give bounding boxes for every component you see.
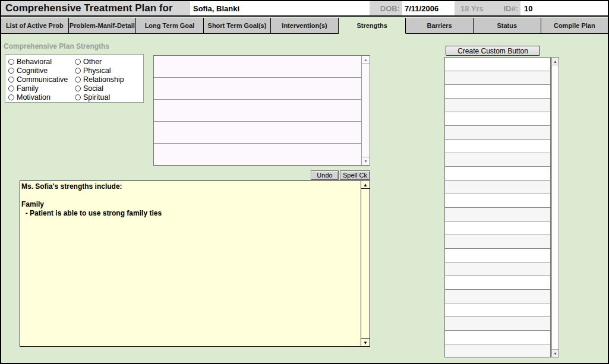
spell-check-button[interactable]: Spell Ck <box>340 170 370 180</box>
tab-long-term-goal[interactable]: Long Term Goal <box>136 18 204 34</box>
radio-option-behavioral[interactable]: Behavioral <box>8 57 75 66</box>
custom-button-slot[interactable] <box>445 181 550 194</box>
dob-label: DOB: <box>370 1 402 15</box>
radio-option-spiritual[interactable]: Spiritual <box>75 93 143 102</box>
custom-button-slot[interactable] <box>445 99 550 112</box>
radio-option-family[interactable]: Family <box>8 84 75 93</box>
custom-button-slot[interactable] <box>445 126 550 140</box>
radio-button-icon[interactable] <box>8 86 14 91</box>
age-id-strip: 18 Yrs ID#: <box>455 1 520 15</box>
strength-category-options: BehavioralOtherCognitivePhysicalCommunic… <box>8 57 143 102</box>
radio-option-label: Motivation <box>17 93 51 102</box>
custom-button-slot[interactable] <box>445 249 550 262</box>
custom-button-slot[interactable] <box>445 58 550 71</box>
scroll-up-icon[interactable]: ▲ <box>361 181 370 189</box>
radio-option-label: Cognitive <box>17 67 48 75</box>
scroll-up-icon[interactable]: ▲ <box>552 58 558 65</box>
custom-button-slot[interactable] <box>445 221 550 235</box>
custom-button-slot[interactable] <box>445 140 550 153</box>
radio-button-icon[interactable] <box>8 68 14 74</box>
strength-detail-rows <box>154 56 361 165</box>
page-title: Comprehensive Treatment Plan for <box>1 1 190 15</box>
tab-compile-plan[interactable]: Compile Plan <box>541 18 608 34</box>
radio-button-icon[interactable] <box>75 59 81 65</box>
age-text: 18 Yrs <box>460 4 484 13</box>
detail-list-row[interactable] <box>154 78 361 100</box>
strengths-narrative-box: Ms. Sofia's strengths include: Family - … <box>20 181 370 347</box>
custom-button-slot[interactable] <box>445 276 550 290</box>
custom-button-slot[interactable] <box>445 112 550 126</box>
id-label: ID#: <box>503 4 518 13</box>
radio-button-icon[interactable] <box>75 77 81 83</box>
patient-name-field[interactable]: Sofia, Blanki <box>190 1 370 15</box>
tab-strengths[interactable]: Strengths <box>339 18 406 34</box>
radio-button-icon[interactable] <box>8 77 14 83</box>
custom-button-slot[interactable] <box>445 262 550 276</box>
tab-list-of-active-prob[interactable]: List of Active Prob <box>1 18 69 34</box>
radio-option-social[interactable]: Social <box>75 84 143 93</box>
treatment-plan-window: Comprehensive Treatment Plan for Sofia, … <box>0 0 609 364</box>
tab-problem-manif-detail[interactable]: Problem-Manif-Detail <box>69 18 137 34</box>
scroll-down-icon[interactable]: ▼ <box>361 338 370 346</box>
custom-button-slot[interactable] <box>445 194 550 208</box>
radio-option-relationship[interactable]: Relationship <box>75 75 143 84</box>
radio-option-label: Relationship <box>83 75 124 84</box>
custom-button-slot[interactable] <box>445 290 550 303</box>
detail-list-row[interactable] <box>154 56 361 78</box>
section-heading: Comprehensive Plan Strengths <box>4 42 109 50</box>
radio-option-motivation[interactable]: Motivation <box>8 93 75 102</box>
custom-button-list <box>444 57 551 357</box>
radio-option-label: Communicative <box>17 75 68 84</box>
tab-bar: List of Active ProbProblem-Manif-DetailL… <box>1 18 608 34</box>
undo-button[interactable]: Undo <box>311 170 339 180</box>
custom-button-slot[interactable] <box>445 303 550 317</box>
custom-list-scrollbar[interactable]: ▲ ▼ <box>551 57 559 357</box>
radio-option-label: Spiritual <box>83 93 110 102</box>
detail-list-row[interactable] <box>154 100 361 122</box>
radio-option-cognitive[interactable]: Cognitive <box>8 66 75 75</box>
scroll-down-icon[interactable]: ▼ <box>552 349 558 357</box>
radio-button-icon[interactable] <box>8 94 14 100</box>
custom-button-slot[interactable] <box>445 153 550 167</box>
radio-option-label: Other <box>83 58 102 66</box>
tab-barriers[interactable]: Barriers <box>406 18 474 34</box>
tab-intervention-s[interactable]: Intervention(s) <box>271 18 339 34</box>
radio-option-label: Social <box>83 84 103 93</box>
custom-button-slot[interactable] <box>445 317 550 331</box>
radio-option-label: Family <box>17 84 39 93</box>
radio-button-icon[interactable] <box>75 94 81 100</box>
tab-status[interactable]: Status <box>474 18 541 34</box>
radio-button-icon[interactable] <box>75 68 81 74</box>
detail-list-scrollbar[interactable]: ▲ ▼ <box>361 56 370 165</box>
radio-option-label: Behavioral <box>17 58 52 66</box>
custom-button-slot[interactable] <box>445 235 550 249</box>
custom-button-slot[interactable] <box>445 85 550 99</box>
detail-list-row[interactable] <box>154 122 361 144</box>
radio-button-icon[interactable] <box>8 59 14 65</box>
custom-button-slot[interactable] <box>445 71 550 85</box>
radio-option-physical[interactable]: Physical <box>75 66 143 75</box>
narrative-scrollbar[interactable]: ▲ ▼ <box>361 181 370 346</box>
tab-short-term-goal-s[interactable]: Short Term Goal(s) <box>204 18 272 34</box>
strength-detail-list: ▲ ▼ <box>153 55 370 166</box>
radio-button-icon[interactable] <box>75 86 81 91</box>
create-custom-button[interactable]: Create Custom Button <box>446 46 540 56</box>
scroll-down-icon[interactable]: ▼ <box>362 157 370 165</box>
id-field[interactable]: 10 <box>520 1 608 15</box>
strength-category-box: BehavioralOtherCognitivePhysicalCommunic… <box>5 54 144 103</box>
custom-button-slot[interactable] <box>445 331 550 344</box>
scroll-up-icon[interactable]: ▲ <box>362 56 370 64</box>
radio-option-communicative[interactable]: Communicative <box>8 75 75 84</box>
custom-button-slot[interactable] <box>445 167 550 181</box>
detail-list-row[interactable] <box>154 144 361 165</box>
custom-button-slot[interactable] <box>445 208 550 221</box>
dob-field[interactable]: 7/11/2006 <box>402 1 455 15</box>
strengths-narrative-text[interactable]: Ms. Sofia's strengths include: Family - … <box>20 181 361 346</box>
header-bar: Comprehensive Treatment Plan for Sofia, … <box>1 1 608 17</box>
radio-option-label: Physical <box>83 67 111 75</box>
radio-option-other[interactable]: Other <box>75 57 143 66</box>
custom-button-slot[interactable] <box>445 344 550 357</box>
